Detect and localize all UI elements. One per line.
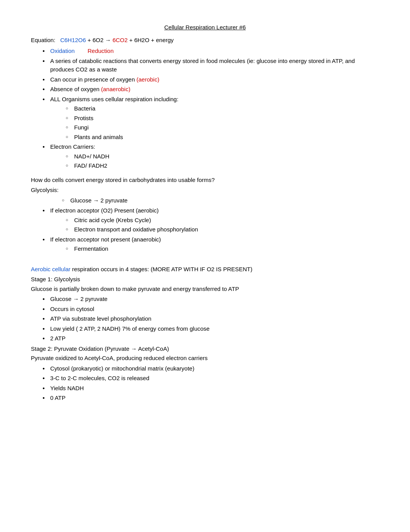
list-item-anaerobic: Absence of oxygen (anaerobic) — [42, 85, 379, 94]
list-item-catabolic: A series of catabolic reactions that con… — [42, 57, 379, 74]
aerobic-title-line: Aerobic cellular respiration occurs in 4… — [31, 265, 379, 274]
list-item-electron-transport: Electron transport and oxidative phospho… — [66, 225, 379, 234]
aerobic-title-blue: Aerobic cellular — [31, 266, 71, 272]
list-item-fungi: Fungi — [66, 123, 379, 132]
equation-label: Equation: — [31, 37, 55, 43]
stage2-title: Stage 2: Pyruvate Oxidation (Pyruvate → … — [31, 345, 379, 354]
reduction-text: Reduction — [88, 48, 114, 54]
stage1-item2: Occurs in cytosol — [42, 305, 379, 314]
stage1-desc: Glucose is partially broken down to make… — [31, 285, 379, 294]
list-item-electron-carriers: Electron Carriers: NAD+/ NADH FAD/ FADH2 — [42, 143, 379, 170]
list-item-plants: Plants and animals — [66, 133, 379, 142]
stage1-item4: Low yield ( 2 ATP, 2 NADH) 7% of energy … — [42, 325, 379, 333]
organisms-sublist: Bacteria Protists Fungi Plants and anima… — [50, 104, 379, 141]
equation-co2: 6CO2 — [112, 37, 127, 43]
oxidation-text: Oxidation — [50, 48, 75, 54]
anaerobic-inline: (anaerobic) — [101, 86, 130, 92]
anaerobic-text-start: Absence of oxygen — [50, 86, 101, 92]
equation-plus2: + 6H2O + energy — [129, 37, 174, 43]
aerobic-title-rest: respiration occurs in 4 stages: (MORE AT… — [71, 266, 252, 272]
stage1-item1: Glucose → 2 pyruvate — [42, 295, 379, 304]
carriers-sublist: NAD+/ NADH FAD/ FADH2 — [50, 152, 379, 170]
list-item-glucose-pyruvate-intro: Glucose → 2 pyruvate — [62, 196, 379, 205]
main-list: Oxidation Reduction A series of cataboli… — [31, 47, 379, 170]
aerobic-text-start: Can occur in presence of oxygen — [50, 76, 136, 83]
stage2-item3: Yields NADH — [42, 384, 379, 393]
stage2-list: Cytosol (prokaryotic) or mitochondrial m… — [31, 364, 379, 403]
electron-absent-sublist: Fermentation — [50, 245, 379, 253]
glycolysis-label: Glycolysis: — [31, 186, 379, 195]
equation-c6h12o6: C6H12O6 — [60, 37, 86, 43]
stage2-desc: Pyruvate oxidized to Acetyl-CoA, produci… — [31, 354, 379, 363]
page-title: Cellular Respiration Lecturer #6 — [31, 23, 379, 32]
list-item-all-organisms: ALL Organisms uses cellular respiration … — [42, 95, 379, 142]
aerobic-inline: (aerobic) — [136, 76, 159, 83]
electron-carriers-text: Electron Carriers: — [50, 143, 95, 150]
list-item-oxidation-reduction: Oxidation Reduction — [42, 47, 379, 56]
spacer-tabs — [76, 48, 86, 54]
stage1-item5: 2 ATP — [42, 334, 379, 343]
all-organisms-text: ALL Organisms uses cellular respiration … — [50, 96, 178, 102]
list-item-protists: Protists — [66, 114, 379, 123]
electron-present-sublist: Citric acid cycle (Krebs Cycle) Electron… — [50, 216, 379, 234]
equation-plus1: + 6O2 → — [88, 37, 113, 43]
list-item-fad: FAD/ FADH2 — [66, 161, 379, 170]
list-item-fermentation: Fermentation — [66, 245, 379, 253]
catabolic-text: A series of catabolic reactions that con… — [50, 58, 355, 73]
list-item-citric: Citric acid cycle (Krebs Cycle) — [66, 216, 379, 225]
stage2-item2: 3-C to 2-C molecules, CO2 is released — [42, 374, 379, 383]
list-item-nad: NAD+/ NADH — [66, 152, 379, 161]
list-item-bacteria: Bacteria — [66, 104, 379, 113]
stage1-list: Glucose → 2 pyruvate Occurs in cytosol A… — [31, 295, 379, 343]
stage1-title: Stage 1: Glycolysis — [31, 275, 379, 284]
stage2-item1: Cytosol (prokaryotic) or mitochondrial m… — [42, 364, 379, 373]
glycolysis-list: If electron acceptor (O2) Present (aerob… — [31, 206, 379, 253]
stage2-item4: 0 ATP — [42, 394, 379, 403]
list-item-electron-present: If electron acceptor (O2) Present (aerob… — [42, 206, 379, 234]
glycolysis-indent: Glucose → 2 pyruvate — [31, 196, 379, 205]
list-item-electron-absent: If electron acceptor not present (anaero… — [42, 235, 379, 253]
question-text: How do cells convert energy stored in ca… — [31, 176, 379, 185]
list-item-aerobic: Can occur in presence of oxygen (aerobic… — [42, 75, 379, 84]
stage1-item3: ATP via substrate level phosphorylation — [42, 314, 379, 323]
equation-line: Equation: C6H12O6 + 6O2 → 6CO2 + 6H2O + … — [31, 36, 379, 45]
